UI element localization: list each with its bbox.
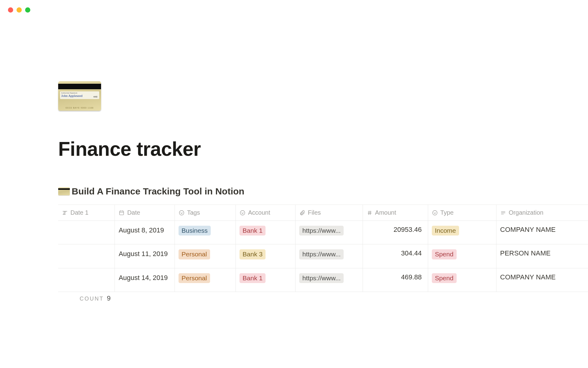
cell-date[interactable]: August 11, 2019 [115,244,175,268]
date-text: August 11, 2019 [119,249,168,259]
cell-account[interactable]: Bank 1 [236,221,296,244]
database-title[interactable]: Build A Finance Tracking Tool in Notion [58,186,588,197]
close-window-button[interactable] [8,7,13,13]
svg-point-1 [179,210,184,215]
cell-account[interactable]: Bank 3 [236,244,296,268]
tag-spend[interactable]: Spend [432,249,457,259]
date-text: August 8, 2019 [119,226,164,235]
column-header-files[interactable]: Files [296,205,363,220]
column-header-date1[interactable]: Date 1 [58,205,115,220]
svg-point-2 [240,210,245,215]
column-header-tags[interactable]: Tags [175,205,236,220]
table-row[interactable]: August 14, 2019PersonalBank 1https://www… [58,268,588,292]
tag-personal[interactable]: Personal [179,249,210,259]
cell-date1[interactable] [58,244,115,268]
count-label: COUNT [80,296,104,302]
column-header-amount[interactable]: Amount [363,205,428,220]
count-value: 9 [107,294,111,302]
column-header-account[interactable]: Account [236,205,296,220]
cell-date1[interactable] [58,268,115,292]
cell-date[interactable]: August 14, 2019 [115,268,175,292]
cell-date[interactable]: August 8, 2019 [115,221,175,244]
cell-type[interactable]: Spend [428,268,496,292]
tag-bank 1[interactable]: Bank 1 [239,226,266,236]
window-controls [0,0,588,13]
cell-org[interactable]: COMPANY NAME [496,221,588,244]
cell-files[interactable]: https://www... [296,221,363,244]
table-row[interactable]: August 11, 2019PersonalBank 3https://www… [58,244,588,268]
org-text: COMPANY NAME [500,226,556,234]
card-cvv: 448 [93,95,97,98]
svg-rect-0 [120,211,124,215]
cell-date1[interactable] [58,221,115,244]
tag-bank 1[interactable]: Bank 1 [239,273,266,283]
page-title[interactable]: Finance tracker [58,138,588,160]
cell-files[interactable]: https://www... [296,244,363,268]
text-icon [500,210,506,216]
cell-type[interactable]: Income [428,221,496,244]
amount-value: 304.44 [401,249,422,257]
calendar-icon [119,210,125,216]
credit-card-icon: Authorized Signature John Appleseed 448 … [58,81,101,111]
cell-amount[interactable]: 304.44 [363,244,428,268]
amount-value: 20953.46 [394,226,422,234]
number-icon [367,210,373,216]
page-icon[interactable]: Authorized Signature John Appleseed 448 … [58,81,101,111]
tag-business[interactable]: Business [179,226,211,236]
table-footer[interactable]: COUNT 9 [58,294,588,302]
cell-amount[interactable]: 20953.46 [363,221,428,244]
table-header-row: Date 1 Date Tags Account [58,205,588,221]
column-header-organization[interactable]: Organization [496,205,588,220]
minimize-window-button[interactable] [17,7,22,13]
tag-spend[interactable]: Spend [432,273,457,283]
paperclip-icon [299,210,305,216]
credit-card-icon [58,187,70,195]
file-link[interactable]: https://www... [299,249,344,259]
select-icon [239,210,246,216]
table-row[interactable]: August 8, 2019BusinessBank 1https://www.… [58,221,588,244]
card-signature: John Appleseed [61,94,98,98]
date-text: August 14, 2019 [119,273,168,282]
cell-amount[interactable]: 469.88 [363,268,428,292]
file-link[interactable]: https://www... [299,226,344,236]
database-table: Date 1 Date Tags Account [58,205,588,292]
column-header-date[interactable]: Date [115,205,175,220]
maximize-window-button[interactable] [25,7,30,13]
tag-income[interactable]: Income [432,226,459,236]
file-link[interactable]: https://www... [299,273,344,283]
card-numbers: EE33 BAYE 5000 1188 [60,107,99,109]
cell-org[interactable]: COMPANY NAME [496,268,588,292]
select-icon [432,210,438,216]
cell-account[interactable]: Bank 1 [236,268,296,292]
database-title-text: Build A Finance Tracking Tool in Notion [72,186,244,197]
cell-tags[interactable]: Business [175,221,236,244]
tag-personal[interactable]: Personal [179,273,210,283]
cell-tags[interactable]: Personal [175,268,236,292]
cell-type[interactable]: Spend [428,244,496,268]
org-text: PERSON NAME [500,249,551,257]
select-icon [179,210,185,216]
cell-org[interactable]: PERSON NAME [496,244,588,268]
org-text: COMPANY NAME [500,273,556,281]
text-icon [62,210,68,216]
cell-files[interactable]: https://www... [296,268,363,292]
column-header-type[interactable]: Type [428,205,496,220]
amount-value: 469.88 [401,273,422,281]
cell-tags[interactable]: Personal [175,244,236,268]
tag-bank 3[interactable]: Bank 3 [239,249,266,259]
svg-point-3 [432,210,437,215]
